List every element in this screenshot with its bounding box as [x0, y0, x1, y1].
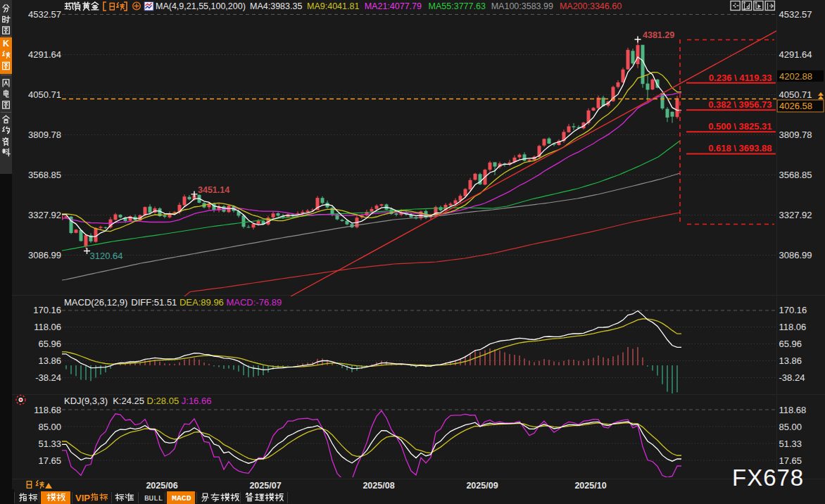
svg-text:3086.99: 3086.99: [28, 250, 61, 260]
svg-text:0.382 \ 3956.73: 0.382 \ 3956.73: [708, 99, 772, 110]
svg-text:VIP: VIP: [75, 493, 90, 503]
svg-text:3451.14: 3451.14: [198, 185, 229, 195]
svg-text:3568.85: 3568.85: [28, 170, 61, 180]
svg-text:118.68: 118.68: [779, 405, 807, 415]
svg-text:MACD: MACD: [172, 493, 191, 503]
svg-text:2025/09: 2025/09: [466, 481, 498, 491]
svg-text:65.96: 65.96: [38, 339, 61, 349]
svg-text:85.00: 85.00: [779, 422, 802, 432]
svg-text:0.618 \ 3693.88: 0.618 \ 3693.88: [708, 143, 772, 153]
svg-text:4381.29: 4381.29: [643, 30, 674, 40]
svg-text:-38.24: -38.24: [35, 372, 61, 383]
svg-text:4050.71: 4050.71: [779, 89, 812, 100]
svg-text:3120.64: 3120.64: [90, 251, 123, 261]
svg-text:4202.88: 4202.88: [779, 71, 812, 82]
svg-text:MA(4,9,21,55,100,200)MA4:3983.: MA(4,9,21,55,100,200)MA4:3983.35MA9:4041…: [156, 1, 622, 11]
svg-text:13.86: 13.86: [779, 355, 802, 366]
svg-text:17.65: 17.65: [38, 455, 61, 466]
svg-text:4050.71: 4050.71: [28, 89, 61, 100]
svg-text:3809.78: 3809.78: [28, 130, 61, 140]
svg-text:2025/10: 2025/10: [574, 481, 606, 491]
svg-text:3568.85: 3568.85: [779, 170, 812, 180]
svg-text:3809.78: 3809.78: [779, 130, 812, 140]
svg-text:4291.64: 4291.64: [779, 49, 812, 60]
svg-text:KDJ(9,3,3)K:24.25 D:28.05 J:16: KDJ(9,3,3)K:24.25 D:28.05 J:16.66: [64, 396, 211, 406]
svg-text:118.06: 118.06: [779, 322, 807, 332]
svg-text:13.86: 13.86: [38, 355, 61, 366]
svg-text:FX678: FX678: [732, 465, 804, 491]
svg-text:65.96: 65.96: [779, 339, 802, 349]
svg-text:4532.57: 4532.57: [28, 9, 61, 20]
svg-text:2025/07: 2025/07: [249, 481, 281, 491]
svg-text:K: K: [3, 39, 9, 49]
svg-text:170.16: 170.16: [33, 305, 61, 315]
svg-text:51.33: 51.33: [779, 439, 802, 449]
svg-text:BULL: BULL: [144, 494, 163, 503]
svg-text:0.236 \ 4119.33: 0.236 \ 4119.33: [709, 73, 772, 83]
svg-text:51.33: 51.33: [38, 439, 61, 449]
svg-text:4291.64: 4291.64: [28, 49, 61, 60]
svg-text:2025/06: 2025/06: [146, 481, 177, 491]
svg-text:-38.24: -38.24: [779, 372, 805, 383]
svg-text:2025/08: 2025/08: [363, 481, 394, 491]
svg-text:118.06: 118.06: [34, 322, 61, 332]
svg-text:3327.92: 3327.92: [28, 210, 61, 220]
svg-text:4026.58: 4026.58: [779, 101, 812, 111]
svg-text:4532.57: 4532.57: [779, 9, 812, 20]
svg-text:0.500 \ 3825.31: 0.500 \ 3825.31: [708, 121, 772, 132]
svg-text:170.16: 170.16: [779, 305, 807, 315]
svg-text:3327.92: 3327.92: [779, 210, 812, 220]
svg-text:MACD(26,12,9)DIFF:51.51 DEA:89: MACD(26,12,9)DIFF:51.51 DEA:89.96 MACD:-…: [64, 297, 282, 308]
svg-text:3086.99: 3086.99: [779, 250, 812, 260]
svg-text:85.00: 85.00: [38, 422, 61, 432]
svg-text:118.68: 118.68: [34, 405, 61, 415]
